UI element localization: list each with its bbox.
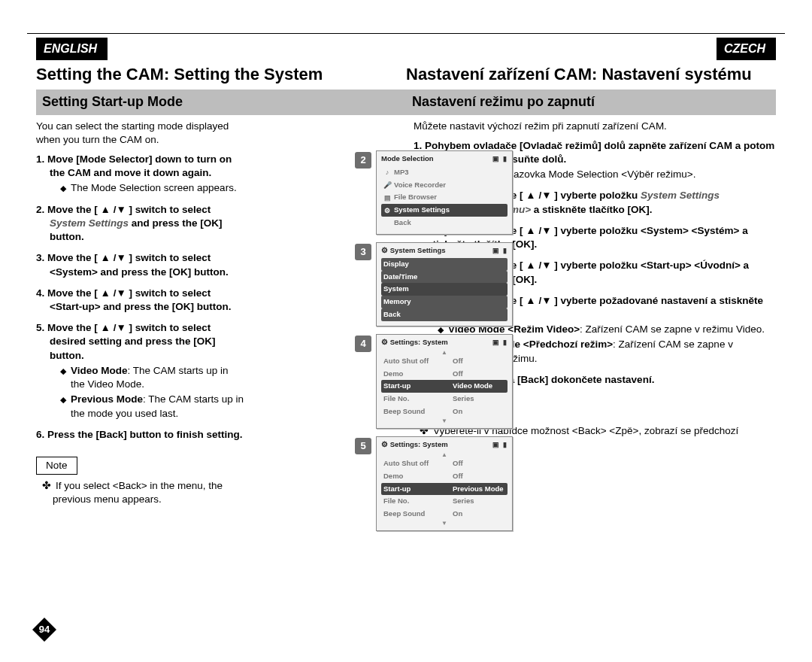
step-badge-5: 5 (355, 438, 371, 454)
screenshot-5: 5 ⚙ Settings: System▣ ▮ ▲ Auto Shut offO… (355, 436, 513, 531)
section-title-right: Nastavení režimu po zapnutí (406, 90, 776, 114)
lcd-5: ⚙ Settings: System▣ ▮ ▲ Auto Shut offOff… (376, 436, 513, 531)
step-6: 6. Press the [Back] button to finish set… (36, 428, 244, 442)
lcd-4: ⚙ Settings: System▣ ▮ ▲ Auto Shut offOff… (376, 334, 513, 429)
row-demo-5: DemoOff (381, 470, 508, 483)
row-start-up: Start-upVideo Mode (381, 380, 508, 393)
gear-icon: ⚙ (381, 440, 388, 448)
lcd-3: ⚙ System Settings▣ ▮ Display Date/Time S… (376, 242, 513, 326)
intro-right: Můžete nastavit výchozí režim při zapnut… (414, 120, 776, 133)
gear-icon: ⚙ (381, 338, 388, 346)
chevron-down-icon: ▼ (381, 521, 508, 526)
row-file-no-5: File No.Series (381, 495, 508, 508)
screenshot-4: 4 ⚙ Settings: System▣ ▮ ▲ Auto Shut offO… (355, 334, 513, 429)
battery-icon: ▣ ▮ (492, 154, 508, 163)
page-number-badge: 94 (32, 617, 57, 642)
battery-icon: ▣ ▮ (492, 338, 508, 347)
page-title-right: Nastavení zařízení CAM: Nastavení systém… (406, 63, 776, 86)
step-badge-4: 4 (355, 336, 371, 352)
step-1: 1. Move [Mode Selector] down to turn on … (36, 153, 244, 196)
screenshot-3: 3 ⚙ System Settings▣ ▮ Display Date/Time… (355, 242, 513, 326)
device-screenshots: 2 Mode Selection▣ ▮ ♪MP3 🎤Voice Recorder… (355, 150, 513, 531)
step-4: 4. Move the [ ▲ /▼ ] switch to select <S… (36, 287, 244, 314)
row-beep-sound: Beep SoundOn (381, 405, 508, 418)
step-badge-3: 3 (355, 244, 371, 260)
lang-badge-czech: CZECH (717, 38, 776, 60)
page-content: ENGLISH Setting the CAM: Setting the Sys… (30, 38, 782, 639)
note-label-left: Note (36, 457, 77, 475)
page-number: 94 (39, 623, 50, 636)
row-auto-shut-off: Auto Shut offOff (381, 355, 508, 368)
menu-mp3: ♪MP3 (381, 166, 508, 179)
section-title-left: Setting Start-up Mode (36, 90, 406, 114)
row-demo: DemoOff (381, 368, 508, 381)
menu-display: Display (381, 258, 508, 271)
chevron-down-icon: ▼ (381, 418, 508, 424)
battery-icon: ▣ ▮ (492, 440, 508, 449)
steps-left: 1. Move [Mode Selector] down to turn on … (36, 153, 244, 442)
menu-back-3: Back (381, 308, 508, 321)
chevron-up-icon: ▲ (381, 452, 508, 457)
gear-icon: ⚙ (381, 246, 388, 254)
menu-voice-recorder: 🎤Voice Recorder (381, 179, 508, 192)
step-3: 3. Move the [ ▲ /▼ ] switch to select <S… (36, 251, 244, 278)
chevron-up-icon: ▲ (381, 350, 508, 355)
row-file-no: File No.Series (381, 393, 508, 405)
lcd-2: Mode Selection▣ ▮ ♪MP3 🎤Voice Recorder ▤… (376, 150, 513, 235)
intro-left: You can select the starting mode display… (36, 120, 244, 147)
gear-icon: ⚙ (383, 206, 391, 215)
menu-system-settings: ⚙System Settings (381, 204, 508, 217)
step-5-sub-1: Video Mode: The CAM starts up in the Vid… (50, 364, 244, 391)
menu-file-browser: ▤File Browser (381, 191, 508, 204)
note-body-left: If you select <Back> in the menu, the pr… (36, 479, 244, 506)
music-icon: ♪ (383, 168, 391, 177)
row-beep-sound-5: Beep SoundOn (381, 508, 508, 521)
step-2: 2. Move the [ ▲ /▼ ] switch to select Sy… (36, 203, 244, 244)
menu-system: System (381, 283, 508, 296)
left-column: ENGLISH Setting the CAM: Setting the Sys… (30, 38, 406, 639)
step-1-sub: The Mode Selection screen appears. (50, 181, 244, 195)
menu-datetime: Date/Time (381, 271, 508, 284)
screenshot-2: 2 Mode Selection▣ ▮ ♪MP3 🎤Voice Recorder… (355, 150, 513, 235)
menu-memory: Memory (381, 296, 508, 308)
folder-icon: ▤ (383, 193, 391, 202)
step-5-sub-2: Previous Mode: The CAM starts up in the … (50, 393, 244, 420)
battery-icon: ▣ ▮ (492, 246, 508, 255)
page-title-left: Setting the CAM: Setting the System (36, 63, 406, 86)
menu-back: Back (381, 217, 508, 229)
row-auto-shut-off-5: Auto Shut offOff (381, 457, 508, 470)
lang-badge-english: ENGLISH (36, 38, 108, 60)
step-badge-2: 2 (355, 152, 371, 169)
step-5: 5. Move the [ ▲ /▼ ] switch to select de… (36, 321, 244, 421)
mic-icon: 🎤 (383, 181, 391, 190)
row-start-up-5: Start-upPrevious Mode (381, 483, 508, 496)
